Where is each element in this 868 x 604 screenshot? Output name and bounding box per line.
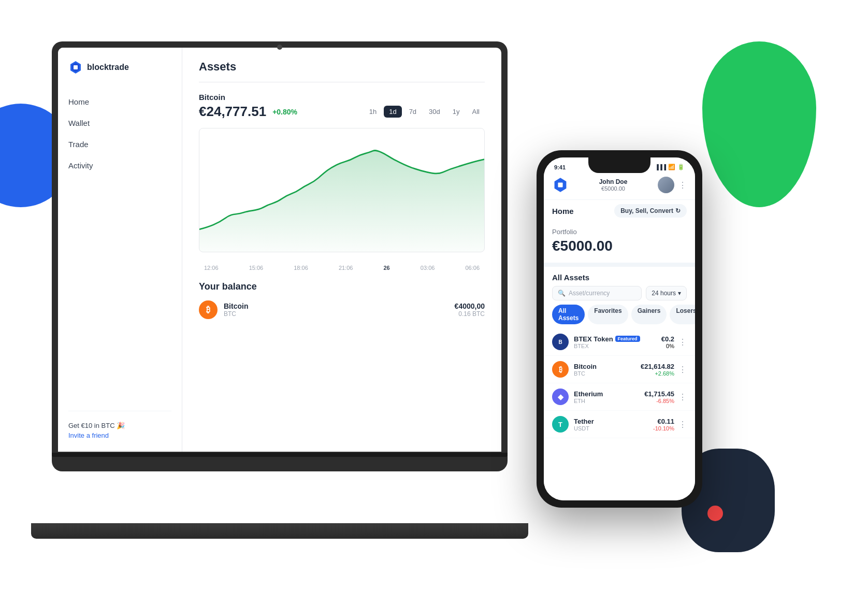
wifi-icon: 📶 xyxy=(668,164,675,170)
eth-change: -6.85% xyxy=(644,398,674,404)
sidebar-item-trade[interactable]: Trade xyxy=(68,134,171,155)
btex-info: BTEX Token Featured BTEX xyxy=(574,335,661,349)
coin-symbol: BTC xyxy=(224,310,449,318)
laptop-screen: blocktrade Home Wallet Trade Activity Ge… xyxy=(58,48,501,452)
btc-name: Bitcoin xyxy=(574,363,641,370)
phone-username: John Doe xyxy=(573,178,654,185)
laptop-base xyxy=(31,523,528,539)
chart-label-0: 12:06 xyxy=(204,265,219,271)
chart-labels: 12:06 15:06 18:06 21:06 26 03:06 06:06 xyxy=(199,265,485,271)
logo-area: blocktrade xyxy=(68,60,171,75)
chart-label-5: 03:06 xyxy=(421,265,435,271)
page-title: Assets xyxy=(199,60,485,82)
eth-icon: ◆ xyxy=(552,389,569,405)
usdt-name: Tether xyxy=(574,418,653,425)
buy-sell-button[interactable]: Buy, Sell, Convert ↻ xyxy=(614,204,687,218)
btex-values: €0.2 0% xyxy=(661,335,674,349)
tab-all-assets[interactable]: All Assets xyxy=(552,305,585,324)
tab-favorites[interactable]: Favorites xyxy=(588,305,628,324)
chart-label-4: 26 xyxy=(384,265,390,271)
time-filter-1d[interactable]: 1d xyxy=(384,106,401,118)
portfolio-label: Portfolio xyxy=(552,228,687,236)
time-filter-1h[interactable]: 1h xyxy=(364,106,382,118)
asset-tabs: All Assets Favorites Gainers Losers xyxy=(544,305,695,328)
bg-red-dot xyxy=(707,506,723,521)
btex-more-icon[interactable]: ⋮ xyxy=(678,337,687,347)
laptop-screen-outer: blocktrade Home Wallet Trade Activity Ge… xyxy=(52,41,508,471)
status-icons: ▐▐▐ 📶 🔋 xyxy=(655,164,685,170)
btex-price: €0.2 xyxy=(661,335,674,343)
usdt-change: -10.10% xyxy=(653,425,674,432)
search-icon: 🔍 xyxy=(558,290,566,297)
svg-rect-2 xyxy=(74,65,78,69)
time-filter-label: 24 hours xyxy=(652,290,676,297)
btc-more-icon[interactable]: ⋮ xyxy=(678,365,687,375)
promo-text: Get €10 in BTC 🎉 xyxy=(68,422,171,429)
sidebar: blocktrade Home Wallet Trade Activity Ge… xyxy=(58,48,182,452)
btc-price: €21,614.82 xyxy=(641,363,674,370)
phone-time: 9:41 xyxy=(554,164,566,170)
sidebar-item-activity[interactable]: Activity xyxy=(68,155,171,176)
asset-item-btex[interactable]: B BTEX Token Featured BTEX €0.2 0% ⋮ xyxy=(544,328,695,356)
btex-change: 0% xyxy=(661,343,674,349)
chart-label-1: 15:06 xyxy=(249,265,264,271)
balance-row: ₿ Bitcoin BTC €4000,00 0.16 BTC xyxy=(199,300,485,319)
time-filter-all[interactable]: All xyxy=(467,106,485,118)
btc-info: Bitcoin BTC xyxy=(574,363,641,377)
phone-header-balance: €5000.00 xyxy=(573,185,654,192)
sidebar-item-home[interactable]: Home xyxy=(68,91,171,112)
eth-info: Etherium ETH xyxy=(574,390,644,404)
asset-item-btc[interactable]: ₿ Bitcoin BTC €21,614.82 +2.68% ⋮ xyxy=(544,356,695,383)
sidebar-nav: Home Wallet Trade Activity xyxy=(68,91,171,176)
btc-price: €24,777.51 xyxy=(199,104,266,120)
usdt-values: €0.11 -10.10% xyxy=(653,418,674,432)
btc-values: €21,614.82 +2.68% xyxy=(641,363,674,377)
svg-rect-4 xyxy=(558,182,562,187)
tab-gainers[interactable]: Gainers xyxy=(631,305,667,324)
chevron-down-icon: ▾ xyxy=(678,290,681,297)
eth-values: €1,715.45 -6.85% xyxy=(644,390,674,404)
phone-more-icon[interactable]: ⋮ xyxy=(678,180,687,190)
coin-info: Bitcoin BTC xyxy=(224,302,449,318)
time-filter-7d[interactable]: 7d xyxy=(404,106,422,118)
price-chart xyxy=(199,128,485,252)
phone-header: John Doe €5000.00 ⋮ xyxy=(544,172,695,200)
balance-title: Your balance xyxy=(199,281,485,292)
phone-home-label: Home xyxy=(552,207,574,215)
asset-item-eth[interactable]: ◆ Etherium ETH €1,715.45 -6.85% ⋮ xyxy=(544,383,695,411)
btc-icon: ₿ xyxy=(552,361,569,378)
phone: 9:41 ▐▐▐ 📶 🔋 John Doe €5000.00 ⋮ xyxy=(537,150,702,508)
btex-name: BTEX Token Featured xyxy=(574,335,661,343)
eth-more-icon[interactable]: ⋮ xyxy=(678,392,687,402)
main-content: Assets Bitcoin €24,777.51 +0.80% 1h 1d 7… xyxy=(182,48,501,452)
phone-outer: 9:41 ▐▐▐ 📶 🔋 John Doe €5000.00 ⋮ xyxy=(537,150,702,508)
time-filter-1y[interactable]: 1y xyxy=(447,106,465,118)
eth-symbol: ETH xyxy=(574,398,644,404)
usdt-more-icon[interactable]: ⋮ xyxy=(678,420,687,429)
coin-eur-value: €4000,00 xyxy=(455,302,485,310)
sidebar-item-wallet[interactable]: Wallet xyxy=(68,112,171,134)
btc-change: +2.68% xyxy=(641,370,674,377)
invite-link[interactable]: Invite a friend xyxy=(68,432,171,439)
btex-icon: B xyxy=(552,334,569,350)
laptop-hinge xyxy=(52,453,508,457)
logo-text: blocktrade xyxy=(87,63,129,72)
eth-name: Etherium xyxy=(574,390,644,398)
time-filter-dropdown[interactable]: 24 hours ▾ xyxy=(646,286,687,300)
coin-name: Bitcoin xyxy=(224,302,449,310)
sidebar-bottom: Get €10 in BTC 🎉 Invite a friend xyxy=(68,411,171,439)
time-filter-30d[interactable]: 30d xyxy=(424,106,445,118)
btc-symbol: BTC xyxy=(574,370,641,377)
asset-item-usdt[interactable]: T Tether USDT €0.11 -10.10% ⋮ xyxy=(544,411,695,438)
phone-assets-section: All Assets 🔍 Asset/currency 24 hours ▾ A… xyxy=(544,267,695,500)
usdt-info: Tether USDT xyxy=(574,418,653,432)
price-row: €24,777.51 +0.80% 1h 1d 7d 30d 1y All xyxy=(199,104,485,120)
usdt-icon: T xyxy=(552,416,569,433)
bg-green-shape xyxy=(702,41,816,207)
search-box[interactable]: 🔍 Asset/currency xyxy=(552,286,642,300)
tab-losers[interactable]: Losers xyxy=(670,305,695,324)
coin-values: €4000,00 0.16 BTC xyxy=(455,302,485,318)
chart-label-2: 18:06 xyxy=(294,265,308,271)
phone-user-info: John Doe €5000.00 xyxy=(573,178,654,192)
btex-symbol: BTEX xyxy=(574,343,661,349)
